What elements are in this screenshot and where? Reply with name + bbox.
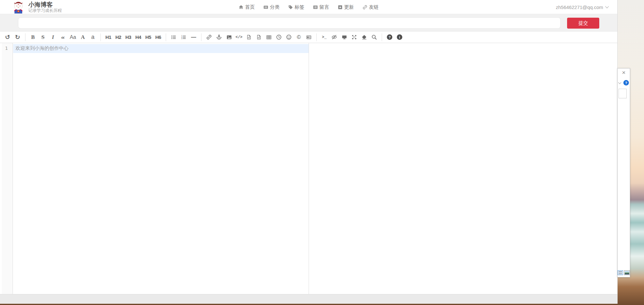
toolbar-ucwords-button[interactable]: Aa [68,32,78,42]
list-view-icon[interactable] [618,270,623,275]
submit-button[interactable]: 提交 [567,18,599,29]
expand-arrows-icon [351,34,357,40]
toolbar-code-block[interactable] [254,32,264,42]
toolbar-lowercase-button[interactable]: a [88,32,98,42]
toolbar-list-ul[interactable] [169,32,178,42]
list-ol-icon: 123 [181,35,186,40]
nav-item-friend-links[interactable]: 友链 [363,4,379,10]
toolbar-preview[interactable] [340,32,349,42]
side-popup-input[interactable] [619,89,627,98]
line-number-gutter [2,43,13,294]
question-circle-icon: ? [387,34,392,40]
nav-label: 更新 [344,4,354,10]
markdown-editor[interactable]: 1 欢迎来到小海的创作中心 [0,43,309,294]
toolbar-pagebreak[interactable] [304,32,313,42]
redo-glyph: ↻ [15,33,20,41]
toolbar-h2-button[interactable]: H2 [114,32,123,42]
side-popup-view-toggles [618,270,630,275]
toolbar-datetime[interactable] [274,32,284,42]
undo-glyph: ↺ [5,33,10,41]
site-title: 小海博客 [28,1,62,8]
question-circle-icon[interactable]: ? [623,80,629,85]
toolbar-search[interactable] [369,32,379,42]
line-number: 1 [2,46,11,51]
ucwords-glyph: Aa [70,34,76,40]
table-icon [266,35,272,40]
toolbar-goto-line-button[interactable]: >_ [320,32,329,42]
toolbar-h5-button[interactable]: H5 [144,32,153,42]
account-menu[interactable]: zh56462271@qq.com [556,0,608,14]
toolbar-code-button[interactable]: </> [234,32,244,42]
toolbar-html-entities-button[interactable]: © [294,32,303,42]
toolbar-table[interactable] [264,32,274,42]
nav-label: 留言 [320,4,329,10]
nav-item-tags[interactable]: 标签 [288,4,304,10]
nav-item-updates[interactable]: 更新 [338,4,354,10]
toolbar-clear[interactable] [359,32,369,42]
toolbar-h4-button[interactable]: H4 [134,32,143,42]
article-title-input[interactable] [18,17,561,29]
toolbar-separator [201,33,201,41]
toolbar-preformatted-text[interactable] [244,32,254,42]
toolbar-undo-button[interactable]: ↺ [3,32,12,42]
h6-glyph: H6 [155,34,161,40]
pagebreak-icon [306,35,312,40]
toolbar-h1-button[interactable]: H1 [104,32,113,42]
uppercase-glyph: A [81,34,85,40]
main-nav: 首页分类标签留言更新友链 [239,0,379,14]
file-code-icon [257,34,261,40]
site-logo-avatar[interactable] [12,1,24,14]
h4-glyph: H4 [135,34,141,40]
toolbar-emoji[interactable] [284,32,294,42]
toolbar-list-ol[interactable]: 123 [179,32,188,42]
toolbar-hr-button[interactable]: — [189,32,198,42]
site-header: 小海博客 记录学习成长历程 首页分类标签留言更新友链 zh56462271@qq… [0,0,617,14]
toolbar-separator [316,33,317,41]
toolbar-quote-button[interactable]: “ [58,32,68,42]
update-icon [338,5,343,10]
magnifier-icon [371,34,377,40]
link-icon [363,5,368,10]
quote-glyph: “ [61,34,65,40]
toolbar-strikethrough-button[interactable]: S [38,32,48,42]
toolbar-h6-button[interactable]: H6 [154,32,163,42]
h5-glyph: H5 [145,34,151,40]
toolbar-info-button[interactable]: i [395,32,404,42]
toolbar-reference-link[interactable] [214,32,224,42]
message-icon [313,5,318,10]
toolbar-redo-button[interactable]: ↻ [13,32,22,42]
category-icon [264,5,268,10]
nav-item-categories[interactable]: 分类 [264,4,280,10]
page-footer [0,294,617,303]
nav-label: 首页 [245,4,255,10]
chevron-down-icon[interactable] [618,81,621,84]
toolbar-italic-button[interactable]: I [48,32,58,42]
page-content: 小海博客 记录学习成长历程 首页分类标签留言更新友链 zh56462271@qq… [0,0,618,304]
toolbar-separator [166,33,166,41]
tag-icon [288,5,293,10]
toolbar-fullscreen[interactable] [350,32,359,42]
nav-item-home[interactable]: 首页 [239,4,255,10]
site-subtitle: 记录学习成长历程 [28,8,62,13]
svg-text:3: 3 [181,37,182,39]
h2-glyph: H2 [115,34,121,40]
toolbar-help-button[interactable]: ? [385,32,394,42]
toolbar-watch[interactable] [330,32,339,42]
anchor-icon [216,34,222,40]
toolbar-image[interactable] [224,32,234,42]
toolbar-h3-button[interactable]: H3 [124,32,133,42]
markdown-toolbar: ↺↻BSI“AaAaH1H2H3H4H5H6123—</>©>_?i [0,31,617,43]
nav-label: 标签 [295,4,304,10]
smiley-icon [286,34,292,40]
toolbar-bold-button[interactable]: B [28,32,38,42]
nav-item-comments[interactable]: 留言 [313,4,329,10]
account-email: zh56462271@qq.com [556,4,603,10]
image-view-icon[interactable] [624,270,630,275]
markdown-preview-pane[interactable] [309,43,617,294]
toolbar-link[interactable] [204,32,214,42]
goto-line-glyph: >_ [322,35,326,40]
brand[interactable]: 小海博客 记录学习成长历程 [28,1,62,13]
home-icon [239,5,244,10]
toolbar-uppercase-button[interactable]: A [78,32,88,42]
close-icon[interactable]: × [618,69,630,76]
